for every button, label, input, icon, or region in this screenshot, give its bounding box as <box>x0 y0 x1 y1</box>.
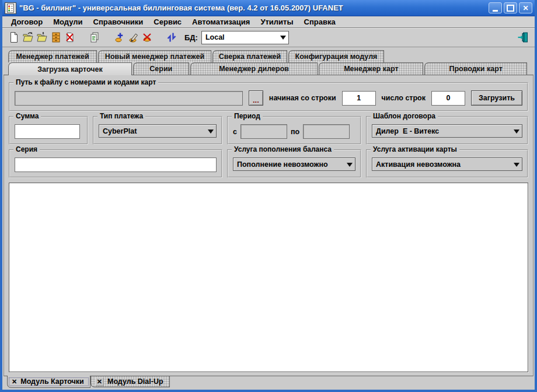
tab-series[interactable]: Серии <box>133 62 189 75</box>
window-controls <box>489 2 532 13</box>
close-icon <box>519 3 532 13</box>
payment-type-group: Тип платежа CyberPlat <box>93 116 222 145</box>
activation-service-select[interactable]: Активация невозможна <box>372 158 522 171</box>
load-button[interactable]: Загрузить <box>471 90 522 106</box>
chevron-down-icon <box>205 126 216 136</box>
balance-service-group-title: Услуга пополнения баланса <box>232 145 334 153</box>
chevron-down-icon <box>511 126 522 136</box>
exit-button[interactable] <box>516 30 530 44</box>
module-tab-cards-label: Модуль Карточки <box>20 377 84 386</box>
tab-card-manager[interactable]: Менеджер карт <box>319 62 423 75</box>
minimize-icon <box>489 3 501 13</box>
edit-record-button[interactable] <box>126 30 140 44</box>
archive-button[interactable] <box>49 30 63 44</box>
balance-service-select[interactable]: Пополнение невозможно <box>233 158 355 171</box>
tab-payment-reconciliation[interactable]: Сверка платежей <box>212 50 287 62</box>
app-logo-icon <box>5 2 16 14</box>
payment-type-select[interactable]: CyberPlat <box>99 124 217 138</box>
new-document-button[interactable] <box>7 30 21 44</box>
file-path-group-title: Путь к файлу с номерами и кодами карт <box>13 78 158 86</box>
module-tab-bar: Модуль Карточки Модуль Dial-Up <box>2 376 535 390</box>
series-group: Серия <box>9 149 222 178</box>
db-select[interactable]: Local <box>201 31 289 44</box>
db-select-value: Local <box>202 33 278 41</box>
activation-service-group: Услуга активации карты Активация невозмо… <box>366 149 528 178</box>
title-bar: "BG - биллинг" - универсальная биллингов… <box>2 0 535 16</box>
menu-item-utility[interactable]: Утилиты <box>255 18 298 26</box>
period-from-field <box>240 124 287 139</box>
copy-document-button[interactable] <box>88 30 102 44</box>
toolbar: БД: Local <box>2 28 535 47</box>
exit-icon <box>517 32 529 43</box>
archive-icon <box>50 32 62 43</box>
open-file-icon <box>22 32 34 43</box>
start-line-label: начиная со строки <box>269 94 336 102</box>
payment-type-value: CyberPlat <box>99 127 205 135</box>
tab-card-transactions[interactable]: Проводки карт <box>424 62 527 75</box>
menu-item-spravka[interactable]: Справка <box>299 18 341 26</box>
menu-item-moduli[interactable]: Модули <box>48 18 88 26</box>
close-button[interactable] <box>519 2 532 13</box>
close-module-icon[interactable] <box>12 379 17 385</box>
open-file-button[interactable] <box>21 30 35 44</box>
sum-field[interactable] <box>15 124 80 139</box>
period-from-label: с <box>233 128 237 136</box>
chevron-down-icon <box>278 32 288 43</box>
file-path-field <box>15 91 243 106</box>
window-title: "BG - биллинг" - универсальная биллингов… <box>19 4 489 12</box>
delete-record-button[interactable] <box>140 30 154 44</box>
refresh-button[interactable] <box>165 30 179 44</box>
line-count-label: число строк <box>382 94 426 102</box>
chevron-down-icon <box>511 159 522 170</box>
sum-group-title: Сумма <box>13 112 41 120</box>
menu-item-spravochniki[interactable]: Справочники <box>88 18 149 26</box>
sum-group: Сумма <box>9 116 88 145</box>
delete-record-icon <box>141 32 153 43</box>
add-record-icon <box>113 32 125 43</box>
maximize-button[interactable] <box>504 2 517 13</box>
add-record-button[interactable] <box>112 30 126 44</box>
card-loading-panel: Путь к файлу с номерами и кодами карт ..… <box>4 75 533 376</box>
activation-service-group-title: Услуга активации карты <box>371 145 459 153</box>
tab-new-payment-manager[interactable]: Новый менеджер платежей <box>98 50 211 62</box>
import-file-button[interactable] <box>35 30 49 44</box>
tab-module-configuration[interactable]: Конфигурация модуля <box>288 50 384 62</box>
delete-document-icon <box>64 32 76 43</box>
db-label: БД: <box>184 33 198 42</box>
new-document-icon <box>8 32 20 43</box>
minimize-button[interactable] <box>489 2 502 13</box>
browse-button[interactable]: ... <box>249 90 263 106</box>
module-tab-dialup[interactable]: Модуль Dial-Up <box>90 376 170 387</box>
tab-row-bottom: Загрузка карточек Серии Менеджер дилеров… <box>4 62 533 75</box>
app-window: "BG - биллинг" - универсальная биллингов… <box>0 0 537 392</box>
tab-dealer-manager[interactable]: Менеджер дилеров <box>190 62 318 75</box>
balance-service-value: Пополнение невозможно <box>233 160 344 169</box>
file-path-group: Путь к файлу с номерами и кодами карт ..… <box>9 82 528 111</box>
menu-item-avtomatizaciya[interactable]: Автоматизация <box>187 18 255 26</box>
period-group: Период с по <box>227 116 361 145</box>
edit-record-icon <box>127 32 139 43</box>
balance-service-group: Услуга пополнения баланса Пополнение нев… <box>227 149 361 178</box>
refresh-icon <box>166 32 177 43</box>
menu-bar: Договор Модули Справочники Сервис Автома… <box>2 16 535 28</box>
series-field[interactable] <box>15 158 217 172</box>
period-to-field <box>303 124 350 139</box>
payment-type-group-title: Тип платежа <box>97 112 145 120</box>
module-tab-dialup-label: Модуль Dial-Up <box>107 377 163 386</box>
import-file-icon <box>36 32 48 43</box>
line-count-field[interactable] <box>431 91 465 106</box>
module-card-content: Менеджер платежей Новый менеджер платеже… <box>2 47 535 376</box>
tab-card-loading[interactable]: Загрузка карточек <box>8 62 132 75</box>
cards-table-area[interactable] <box>9 183 528 372</box>
period-to-label: по <box>291 128 299 136</box>
menu-item-dogovor[interactable]: Договор <box>6 18 48 26</box>
start-line-field[interactable] <box>342 91 376 106</box>
copy-document-icon <box>89 32 100 43</box>
menu-item-servis[interactable]: Сервис <box>148 18 187 26</box>
contract-template-value: Дилер Е - Витекс <box>372 127 511 135</box>
module-tab-cards[interactable]: Модуль Карточки <box>7 376 90 388</box>
delete-document-button[interactable] <box>63 30 77 44</box>
tab-payment-manager[interactable]: Менеджер платежей <box>8 50 97 62</box>
contract-template-select[interactable]: Дилер Е - Витекс <box>372 124 522 138</box>
close-module-icon[interactable] <box>95 377 104 386</box>
